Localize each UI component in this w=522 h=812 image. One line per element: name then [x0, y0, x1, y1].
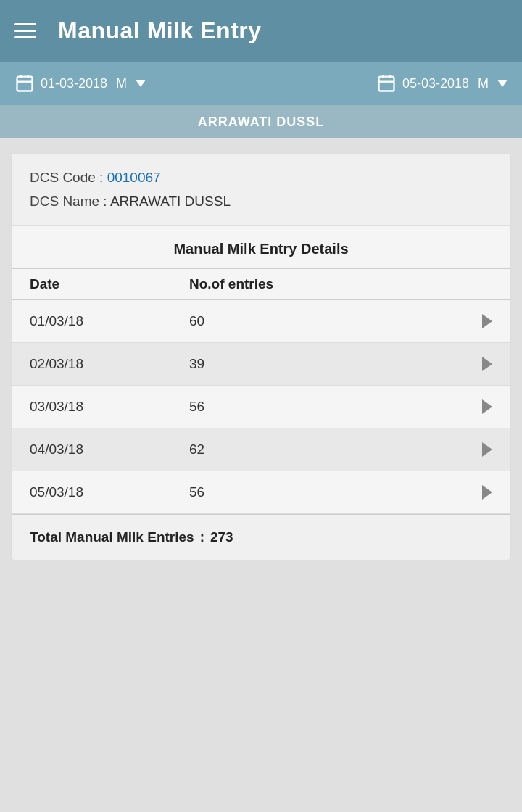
dcs-name-bar: ARRAWATI DUSSL — [0, 105, 522, 138]
app-header: Manual Milk Entry — [0, 0, 522, 62]
row-date: 02/03/18 — [30, 356, 189, 372]
row-entries: 56 — [189, 484, 463, 500]
dcs-code-value: 0010067 — [107, 170, 161, 185]
chevron-right-icon — [482, 442, 492, 457]
total-separator: : — [200, 529, 204, 545]
from-date-picker[interactable]: 01-03-2018 M — [14, 73, 146, 94]
row-entries: 39 — [189, 356, 463, 372]
dcs-name-label: DCS Name : — [30, 194, 107, 209]
svg-rect-4 — [378, 77, 394, 91]
col-date-header: Date — [30, 276, 189, 292]
row-date: 05/03/18 — [30, 484, 189, 500]
row-date: 04/03/18 — [30, 442, 189, 457]
svg-rect-0 — [17, 77, 33, 91]
calendar-to-icon — [376, 73, 397, 94]
row-entries: 56 — [189, 399, 463, 415]
chevron-right-icon — [482, 357, 492, 371]
to-date-picker[interactable]: 05-03-2018 M — [376, 73, 508, 94]
row-arrow — [463, 399, 492, 414]
dcs-name-row: DCS Name : ARRAWATI DUSSL — [30, 192, 492, 212]
table-rows-container: 01/03/18 60 02/03/18 39 03/03/18 56 04/0… — [12, 300, 510, 514]
table-row[interactable]: 02/03/18 39 — [12, 343, 510, 386]
chevron-right-icon — [482, 485, 492, 500]
from-date-text: 01-03-2018 — [41, 76, 107, 91]
from-shift-chevron-icon[interactable] — [136, 80, 146, 87]
chevron-right-icon — [482, 399, 492, 414]
row-date: 01/03/18 — [30, 313, 189, 329]
row-arrow — [463, 314, 492, 328]
chevron-right-icon — [482, 314, 492, 328]
total-value: 273 — [210, 529, 233, 545]
col-entries-header: No.of entries — [189, 276, 463, 292]
total-label: Total Manual Milk Entries — [30, 529, 194, 545]
page-title: Manual Milk Entry — [58, 17, 262, 44]
from-shift-label: M — [116, 76, 127, 91]
dcs-code-row: DCS Code : 0010067 — [30, 168, 492, 188]
row-arrow — [463, 442, 492, 457]
row-date: 03/03/18 — [30, 399, 189, 415]
entries-table-section: Manual Milk Entry Details Date No.of ent… — [12, 226, 510, 560]
row-entries: 62 — [189, 442, 463, 457]
calendar-from-icon — [14, 73, 35, 94]
hamburger-menu-icon[interactable] — [14, 23, 36, 38]
dcs-info-section: DCS Code : 0010067 DCS Name : ARRAWATI D… — [12, 154, 510, 226]
main-card: DCS Code : 0010067 DCS Name : ARRAWATI D… — [11, 153, 511, 560]
dcs-bar-name: ARRAWATI DUSSL — [198, 115, 325, 130]
to-shift-label: M — [478, 76, 489, 91]
table-row[interactable]: 04/03/18 62 — [12, 428, 510, 471]
dcs-code-label: DCS Code : — [30, 170, 103, 185]
table-row[interactable]: 01/03/18 60 — [12, 300, 510, 343]
row-arrow — [463, 485, 492, 500]
row-arrow — [463, 357, 492, 371]
dcs-name-value: ARRAWATI DUSSL — [110, 194, 231, 209]
table-row[interactable]: 03/03/18 56 — [12, 386, 510, 428]
row-entries: 60 — [189, 313, 463, 329]
total-row: Total Manual Milk Entries : 273 — [12, 514, 510, 560]
to-date-text: 05-03-2018 — [402, 76, 469, 91]
date-filter-bar: 01-03-2018 M 05-03-2018 M — [0, 62, 522, 105]
table-header-row: Date No.of entries — [12, 268, 510, 300]
table-title: Manual Milk Entry Details — [12, 226, 510, 268]
table-row[interactable]: 05/03/18 56 — [12, 471, 510, 514]
to-shift-chevron-icon[interactable] — [497, 80, 508, 87]
